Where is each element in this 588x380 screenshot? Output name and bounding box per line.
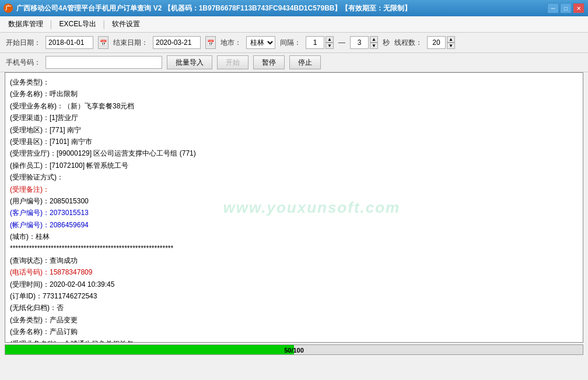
list-item: (业务类型)： xyxy=(10,76,578,88)
thread-spinner: ▲ ▼ xyxy=(427,36,455,49)
thread-label: 线程数： xyxy=(394,38,422,48)
list-item: (无纸化归档)：否 xyxy=(10,302,578,314)
list-item: (受理时间)：2020-02-04 10:39:45 xyxy=(10,279,578,290)
start-date-calendar-button[interactable]: 📅 xyxy=(98,36,108,49)
interval-min-spinner: ▲ ▼ xyxy=(306,36,334,49)
start-date-label: 开始日期： xyxy=(6,38,41,48)
list-item: (受理地区)：[771] 南宁 xyxy=(10,124,578,136)
list-item: (受理备注)： xyxy=(10,184,578,195)
list-item: (受理业务名称)：全球通生日免单权益包 xyxy=(10,338,578,342)
title-bar-left: 广 广西移动公司4A管理平台手机用户订单查询 V2 【机器码：1B97B6678… xyxy=(4,3,412,13)
title-bar: 广 广西移动公司4A管理平台手机用户订单查询 V2 【机器码：1B97B6678… xyxy=(0,0,588,16)
thread-count-input[interactable] xyxy=(427,36,446,49)
start-date-input[interactable] xyxy=(46,36,93,49)
interval-dash: — xyxy=(338,38,345,47)
menu-sep-2: │ xyxy=(101,20,108,29)
thread-btns: ▲ ▼ xyxy=(447,36,455,49)
list-item: (业务类型)：产品变更 xyxy=(10,314,578,326)
list-item: (操作员工)：[71072100] 帐管系统工号 xyxy=(10,160,578,171)
window-controls: ─ □ ✕ xyxy=(547,3,584,13)
app-icon: 广 xyxy=(4,3,13,13)
batch-import-button[interactable]: 批量导入 xyxy=(167,55,212,69)
list-item: (受理渠道)：[1]营业厅 xyxy=(10,112,578,124)
city-label: 地市： xyxy=(220,38,242,48)
interval-max-down[interactable]: ▼ xyxy=(370,43,378,49)
phone-input[interactable] xyxy=(46,56,162,69)
interval-min-input[interactable] xyxy=(306,36,324,49)
end-date-calendar-button[interactable]: 📅 xyxy=(205,36,216,49)
toolbar-row1: 开始日期： 📅 结束日期： 📅 地市： 桂林 间隔： ▲ ▼ — ▲ ▼ 秒 线… xyxy=(0,33,588,53)
content-area[interactable]: www.youxunsoft.com (业务类型)：(业务名称)：呼出限制(受理… xyxy=(5,73,583,342)
list-item: (受理业务名称)：（新）飞享套餐38元档 xyxy=(10,100,578,112)
content-lines: (业务类型)：(业务名称)：呼出限制(受理业务名称)：（新）飞享套餐38元档(受… xyxy=(10,76,578,342)
toolbar-row2: 手机号码： 批量导入 开始 暂停 停止 xyxy=(0,53,588,72)
interval-unit: 秒 xyxy=(383,38,390,48)
list-item: ****************************************… xyxy=(10,242,578,254)
minimize-button[interactable]: ─ xyxy=(547,3,559,13)
list-item: (城市)：桂林 xyxy=(10,231,578,242)
status-bar: 50/100 xyxy=(5,344,583,356)
thread-down[interactable]: ▼ xyxy=(447,43,455,49)
list-item: (业务名称)：产品订购 xyxy=(10,326,578,337)
list-item: (订单ID)：77311746272543 xyxy=(10,290,578,302)
list-item: (查询状态)：查询成功 xyxy=(10,255,578,266)
interval-label: 间隔： xyxy=(280,38,301,48)
list-item: (业务名称)：呼出限制 xyxy=(10,88,578,100)
progress-bar-container: 50/100 xyxy=(5,344,583,355)
end-date-label: 结束日期： xyxy=(113,38,148,48)
menu-bar: 数据库管理 │ EXCEL导出 │ 软件设置 xyxy=(0,16,588,33)
list-item: (电话号码)：15878347809 xyxy=(10,266,578,278)
menu-settings[interactable]: 软件设置 xyxy=(108,18,144,30)
thread-up[interactable]: ▲ xyxy=(447,36,455,43)
close-button[interactable]: ✕ xyxy=(573,3,584,13)
list-item: (客户编号)：2073015513 xyxy=(10,207,578,219)
interval-max-input[interactable] xyxy=(350,36,369,49)
interval-max-up[interactable]: ▲ xyxy=(370,36,378,43)
menu-database[interactable]: 数据库管理 xyxy=(5,18,47,30)
pause-button[interactable]: 暂停 xyxy=(253,55,285,69)
main-content: www.youxunsoft.com (业务类型)：(业务名称)：呼出限制(受理… xyxy=(5,72,583,343)
phone-label: 手机号码： xyxy=(6,58,41,68)
interval-max-btns: ▲ ▼ xyxy=(370,36,378,49)
stop-button[interactable]: 停止 xyxy=(289,55,321,69)
list-item: (用户编号)：2085015300 xyxy=(10,195,578,207)
menu-sep-1: │ xyxy=(48,20,55,29)
city-select[interactable]: 桂林 xyxy=(246,36,275,49)
end-date-input[interactable] xyxy=(153,36,201,49)
list-item: (帐户编号)：2086459694 xyxy=(10,219,578,231)
list-item: (受理县区)：[7101] 南宁市 xyxy=(10,136,578,147)
window-title: 广西移动公司4A管理平台手机用户订单查询 V2 【机器码：1B97B6678F1… xyxy=(16,3,412,13)
interval-min-up[interactable]: ▲ xyxy=(326,36,334,43)
interval-min-btns: ▲ ▼ xyxy=(326,36,334,49)
interval-max-spinner: ▲ ▼ xyxy=(350,36,378,49)
maximize-button[interactable]: □ xyxy=(560,3,572,13)
progress-text: 50/100 xyxy=(5,345,583,355)
start-button[interactable]: 开始 xyxy=(217,55,249,69)
list-item: (受理验证方式)： xyxy=(10,171,578,183)
interval-min-down[interactable]: ▼ xyxy=(326,43,334,49)
list-item: (受理营业厅)：[99000129] 区公司运营支撑中心工号组 (771) xyxy=(10,147,578,159)
menu-excel[interactable]: EXCEL导出 xyxy=(56,18,100,30)
